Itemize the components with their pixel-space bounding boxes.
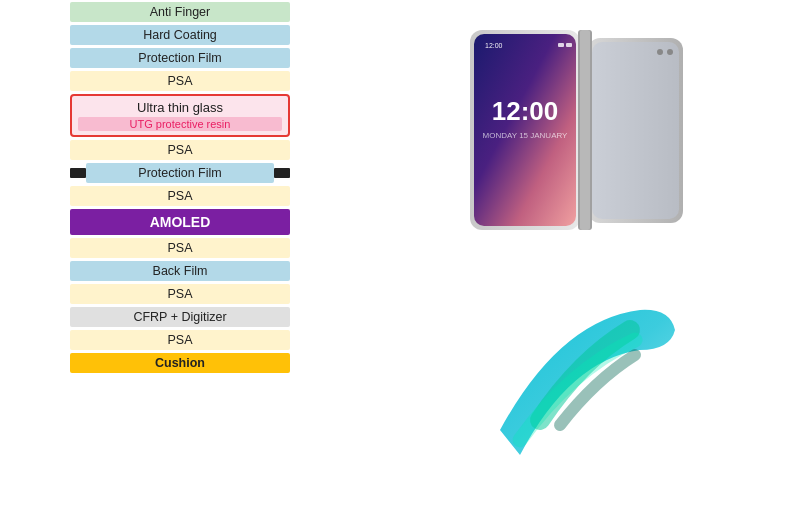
svg-text:12:00: 12:00 — [492, 96, 559, 126]
layer-protection-film-mid: Protection Film — [10, 163, 350, 183]
psa-4-label: PSA — [70, 238, 290, 258]
svg-text:12:00: 12:00 — [485, 42, 503, 49]
layer-psa-6: PSA — [10, 330, 350, 350]
svg-rect-10 — [580, 30, 590, 230]
layer-psa-4: PSA — [10, 238, 350, 258]
layer-anti-finger: Anti Finger — [10, 2, 350, 22]
utg-main-label: Ultra thin glass — [78, 100, 282, 115]
svg-rect-5 — [558, 43, 564, 47]
svg-rect-6 — [566, 43, 572, 47]
protection-film-mid-label: Protection Film — [86, 163, 274, 183]
layer-psa-5: PSA — [10, 284, 350, 304]
psa-5-label: PSA — [70, 284, 290, 304]
psa-6-label: PSA — [70, 330, 290, 350]
layer-cfrp: CFRP + Digitizer — [10, 307, 350, 327]
layer-psa-1: PSA — [10, 71, 350, 91]
back-film-label: Back Film — [70, 261, 290, 281]
psa-2-label: PSA — [70, 140, 290, 160]
protection-film-top-label: Protection Film — [70, 48, 290, 68]
left-mark — [70, 168, 86, 178]
cushion-label: Cushion — [70, 353, 290, 373]
svg-point-12 — [667, 49, 673, 55]
utg-sub-label: UTG protective resin — [78, 117, 282, 131]
svg-text:MONDAY 15 JANUARY: MONDAY 15 JANUARY — [483, 131, 569, 140]
right-panel: 12:00 MONDAY 15 JANUARY 12:00 — [360, 0, 800, 520]
layers-panel: Anti Finger Hard Coating Protection Film… — [0, 0, 360, 520]
layer-hard-coating: Hard Coating — [10, 25, 350, 45]
phone-illustration: 12:00 MONDAY 15 JANUARY 12:00 — [440, 10, 720, 290]
psa-3-label: PSA — [70, 186, 290, 206]
layer-back-film: Back Film — [10, 261, 350, 281]
layer-cushion: Cushion — [10, 353, 350, 373]
layer-psa-2: PSA — [10, 140, 350, 160]
svg-rect-1 — [474, 34, 576, 226]
layer-utg: Ultra thin glass UTG protective resin — [10, 94, 350, 137]
cfrp-label: CFRP + Digitizer — [70, 307, 290, 327]
utg-box: Ultra thin glass UTG protective resin — [70, 94, 290, 137]
layer-amoled: AMOLED — [10, 209, 350, 235]
amoled-label: AMOLED — [70, 209, 290, 235]
hard-coating-label: Hard Coating — [70, 25, 290, 45]
layer-protection-film-top: Protection Film — [10, 48, 350, 68]
svg-point-11 — [657, 49, 663, 55]
right-mark — [274, 168, 290, 178]
layer-psa-3: PSA — [10, 186, 350, 206]
psa-1-label: PSA — [70, 71, 290, 91]
curved-display-illustration — [480, 300, 680, 460]
anti-finger-label: Anti Finger — [70, 2, 290, 22]
svg-rect-8 — [592, 42, 679, 219]
